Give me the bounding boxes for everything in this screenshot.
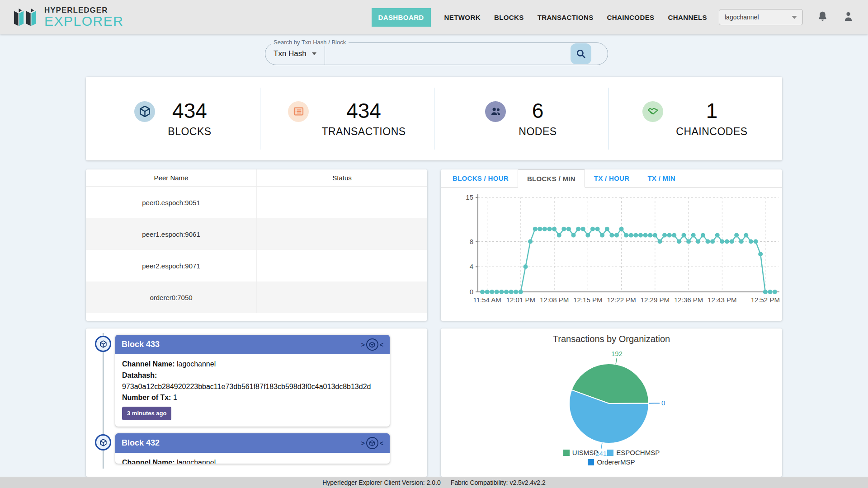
table-row: orderer0:7050 <box>86 282 427 313</box>
block-cube-button[interactable] <box>366 338 378 351</box>
stats-panel: 434 BLOCKS 434 TRANSACTIONS 6 NODES <box>86 77 782 160</box>
peer-name: orderer0:7050 <box>86 282 257 313</box>
stat-nodes: 6 NODES <box>434 99 608 138</box>
stat-chaincodes: 1 CHAINCODES <box>608 99 782 138</box>
svg-text:12:52 PM: 12:52 PM <box>751 296 780 304</box>
app-header: HYPERLEDGER EXPLORER DASHBOARD NETWORK B… <box>0 0 868 34</box>
blocks-chart-panel: BLOCKS / HOUR BLOCKS / MIN TX / HOUR TX … <box>441 169 782 321</box>
legend-item-uismsp[interactable]: UISMSP <box>563 449 599 456</box>
chevron-left-icon: < <box>380 341 383 348</box>
tab-blocks-min[interactable]: BLOCKS / MIN <box>518 169 585 188</box>
stat-transactions: 434 TRANSACTIONS <box>260 99 434 138</box>
chevron-right-icon: > <box>361 341 365 348</box>
nav-channels[interactable]: CHANNELS <box>668 14 707 21</box>
block-age-badge: 3 minutes ago <box>122 407 171 420</box>
stat-blocks-value: 434 <box>168 99 211 122</box>
nav-network[interactable]: NETWORK <box>444 14 481 21</box>
stat-nodes-value: 6 <box>519 99 557 122</box>
channel-select-value: lagochannel <box>725 14 759 21</box>
chevron-down-icon <box>792 16 797 19</box>
datahash-label: Datahash: <box>122 371 157 379</box>
table-row: peer0.espoch:9051 <box>86 187 427 218</box>
block-card-432[interactable]: Block 432 > < Channel Name: lagochannel <box>115 433 390 464</box>
nav-transactions[interactable]: TRANSACTIONS <box>538 14 594 21</box>
legend-swatch <box>588 459 594 465</box>
svg-text:0: 0 <box>661 399 665 407</box>
channel-name-label: Channel Name: <box>122 360 175 368</box>
notifications-button[interactable] <box>816 10 829 24</box>
block-cube-button[interactable] <box>366 437 378 449</box>
block-list-panel: Block 433 > < Channel Name: lagochannel … <box>86 328 427 477</box>
peers-table-header: Peer Name Status <box>86 169 427 187</box>
block-header-icons: > < <box>361 437 383 449</box>
block-header-icons: > < <box>361 338 383 351</box>
channel-name-label: Channel Name: <box>122 459 175 464</box>
legend-swatch <box>607 450 613 456</box>
search-icon <box>575 48 587 60</box>
block-title: Block 432 <box>122 438 160 448</box>
svg-text:12:29 PM: 12:29 PM <box>641 296 670 304</box>
tab-tx-hour[interactable]: TX / HOUR <box>585 169 639 187</box>
block-card-header: Block 433 > < <box>115 335 390 354</box>
timeline-node-cube-icon <box>95 434 111 450</box>
legend-swatch <box>563 450 570 456</box>
nav-chaincodes[interactable]: CHAINCODES <box>607 14 655 21</box>
peer-name: peer1.espoch:9061 <box>86 218 257 250</box>
table-row: peer2.espoch:9071 <box>86 250 427 282</box>
search-type-value: Txn Hash <box>274 49 307 58</box>
chevron-left-icon: < <box>380 440 383 447</box>
stat-blocks: 434 BLOCKS <box>86 99 260 138</box>
channel-name-value: lagochannel <box>177 360 216 368</box>
cube-icon <box>369 342 375 348</box>
user-account-button[interactable] <box>842 10 854 24</box>
nav-dashboard[interactable]: DASHBOARD <box>372 8 431 27</box>
brand-line2: EXPLORER <box>44 14 123 29</box>
status-bar: Hyperledger Explorer Client Version: 2.0… <box>0 477 868 488</box>
stat-chaincodes-value: 1 <box>676 99 747 122</box>
stat-transactions-label: TRANSACTIONS <box>321 126 406 138</box>
handshake-icon <box>642 101 663 122</box>
legend-item-espochmsp[interactable]: ESPOCHMSP <box>607 449 660 456</box>
svg-text:0: 0 <box>470 288 473 296</box>
legend-item-orderermsp[interactable]: OrdererMSP <box>588 458 635 466</box>
block-card-body: Channel Name: lagochannel Datahash: 973a… <box>115 354 390 427</box>
person-icon <box>842 10 854 23</box>
blocks-per-min-chart: 0481511:54 AM12:01 PM12:08 PM12:15 PM12:… <box>441 188 782 320</box>
search-type-select[interactable]: Txn Hash <box>265 43 325 65</box>
search-bar: Search by Txn Hash / Block Txn Hash <box>265 42 608 65</box>
channel-select[interactable]: lagochannel <box>719 9 803 25</box>
cube-icon <box>134 101 155 122</box>
stat-blocks-label: BLOCKS <box>168 126 211 138</box>
svg-text:12:36 PM: 12:36 PM <box>674 296 703 304</box>
block-title: Block 433 <box>122 340 160 349</box>
stat-nodes-label: NODES <box>519 126 557 138</box>
pie-legend: UISMSP ESPOCHMSP OrdererMSP <box>441 449 782 466</box>
search-legend: Search by Txn Hash / Block <box>271 39 349 46</box>
svg-text:12:08 PM: 12:08 PM <box>540 296 569 304</box>
search-input[interactable] <box>325 43 571 65</box>
tx-count-value: 1 <box>173 394 177 401</box>
brand-logo: HYPERLEDGER EXPLORER <box>13 6 123 29</box>
nav-blocks[interactable]: BLOCKS <box>494 14 524 21</box>
search-button[interactable] <box>571 43 591 64</box>
stat-transactions-value: 434 <box>321 99 406 122</box>
chevron-right-icon: > <box>361 440 365 447</box>
cube-icon <box>369 440 375 446</box>
block-card-433[interactable]: Block 433 > < Channel Name: lagochannel … <box>115 335 390 427</box>
hyperledger-logo-icon <box>13 6 39 28</box>
block-card-header: Block 432 > < <box>115 433 390 453</box>
peer-name-header: Peer Name <box>86 169 257 186</box>
transactions-by-org-panel: Transactions by Organization 1920241 UIS… <box>441 328 782 477</box>
legend-label: UISMSP <box>572 449 599 456</box>
status-header: Status <box>257 174 427 182</box>
timeline-node-cube-icon <box>95 336 111 352</box>
tab-blocks-hour[interactable]: BLOCKS / HOUR <box>443 169 518 187</box>
chevron-down-icon <box>312 52 316 55</box>
peer-name: peer2.espoch:9071 <box>86 250 257 282</box>
legend-label: OrdererMSP <box>597 458 635 466</box>
block-card-body: Channel Name: lagochannel <box>115 453 390 464</box>
tab-tx-min[interactable]: TX / MIN <box>638 169 684 187</box>
tx-count-label: Number of Tx: <box>122 394 171 401</box>
svg-text:11:54 AM: 11:54 AM <box>473 296 501 304</box>
svg-text:12:22 PM: 12:22 PM <box>607 296 636 304</box>
